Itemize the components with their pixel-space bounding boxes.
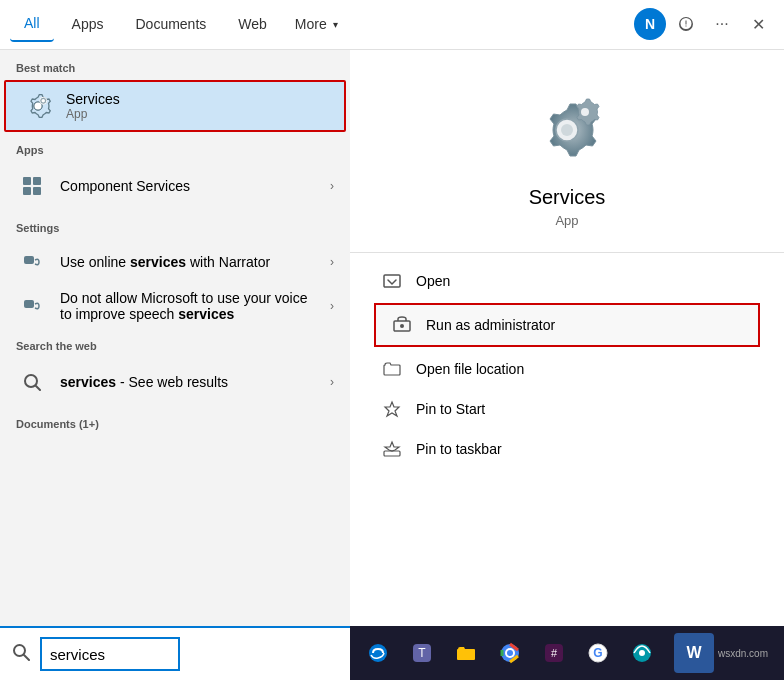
chevron-down-icon: ▾ [333,19,338,30]
component-services-icon [16,170,48,202]
tab-documents[interactable]: Documents [121,6,220,42]
svg-point-26 [507,650,513,656]
admin-icon [392,315,412,335]
apps-section-label: Apps [0,132,350,162]
chevron-right-icon-4: › [330,375,334,389]
svg-rect-5 [33,177,41,185]
svg-point-14 [581,108,589,116]
top-nav: All Apps Documents Web More ▾ N ··· ✕ [0,0,784,50]
chrome-taskbar-icon[interactable] [490,633,530,673]
network-taskbar-icon[interactable] [622,633,662,673]
svg-line-20 [24,655,29,660]
taskbar: T [350,626,784,680]
main-layout: Best match Services App [0,50,784,626]
svg-point-21 [369,644,387,662]
word-taskbar-icon[interactable]: W [674,633,714,673]
voice-icon [16,290,48,322]
web-search-item[interactable]: services - See web results › [0,358,350,406]
explorer-taskbar-icon[interactable] [446,633,486,673]
component-services-item[interactable]: Component Services › [0,162,350,210]
narrator-icon [16,246,48,278]
user-avatar[interactable]: N [634,8,666,40]
search-bar [0,626,350,680]
more-options-icon[interactable]: ··· [706,8,738,40]
divider [350,252,784,253]
chevron-right-icon: › [330,179,334,193]
pin-to-start-action[interactable]: Pin to Start [350,389,784,429]
app-icon-large [527,90,607,170]
best-match-label: Best match [0,50,350,80]
svg-point-1 [35,102,42,109]
web-result-text: services - See web results [60,374,318,390]
svg-text:#: # [551,647,558,659]
search-web-label: Search the web [0,328,350,358]
pin-taskbar-icon [382,439,402,459]
voice-settings-title: Do not allow Microsoft to use your voice… [60,290,318,322]
narrator-settings-title: Use online services with Narrator [60,254,318,270]
left-panel: Best match Services App [0,50,350,626]
pin-icon [382,399,402,419]
chevron-right-icon-2: › [330,255,334,269]
svg-rect-4 [23,177,31,185]
svg-rect-9 [24,300,34,308]
google-taskbar-icon[interactable]: G [578,633,618,673]
svg-rect-6 [23,187,31,195]
svg-line-11 [36,386,40,390]
action-list: Open Run as administrator [350,261,784,469]
edge-taskbar-icon[interactable] [358,633,398,673]
tab-web[interactable]: Web [224,6,281,42]
svg-text:T: T [418,646,426,660]
app-name-display: Services [529,186,606,209]
search-icon [12,643,30,665]
services-app-icon [22,90,54,122]
svg-rect-18 [384,451,400,456]
tab-all[interactable]: All [10,6,54,42]
best-match-subtitle: App [66,107,328,121]
slack-taskbar-icon[interactable]: # [534,633,574,673]
bottom-search-row: T [0,626,784,680]
voice-settings-item[interactable]: Do not allow Microsoft to use your voice… [0,284,350,328]
search-input[interactable] [40,637,180,671]
pin-to-taskbar-action[interactable]: Pin to taskbar [350,429,784,469]
svg-rect-7 [33,187,41,195]
open-icon [382,271,402,291]
open-action[interactable]: Open [350,261,784,301]
best-match-title: Services [66,91,328,107]
close-icon[interactable]: ✕ [742,8,774,40]
svg-point-13 [561,124,573,136]
app-type-display: App [555,213,578,228]
svg-point-32 [639,650,645,656]
best-match-item[interactable]: Services App [4,80,346,132]
feedback-icon[interactable] [670,8,702,40]
svg-point-3 [42,99,46,103]
component-services-title: Component Services [60,178,318,194]
svg-text:G: G [593,646,602,660]
web-search-icon [16,366,48,398]
taskbar-tray: wsxdn.com [718,648,776,659]
svg-point-10 [25,375,37,387]
narrator-settings-item[interactable]: Use online services with Narrator › [0,240,350,284]
documents-section-label: Documents (1+) [0,406,350,436]
run-as-admin-action[interactable]: Run as administrator [374,303,760,347]
right-panel: Services App Open [350,50,784,626]
tab-more[interactable]: More ▾ [285,10,348,38]
svg-rect-8 [24,256,34,264]
chevron-right-icon-3: › [330,299,334,313]
tab-apps[interactable]: Apps [58,6,118,42]
open-file-location-action[interactable]: Open file location [350,349,784,389]
folder-icon [382,359,402,379]
svg-point-17 [400,324,404,328]
teams-taskbar-icon[interactable]: T [402,633,442,673]
settings-section-label: Settings [0,210,350,240]
svg-rect-15 [384,275,400,287]
